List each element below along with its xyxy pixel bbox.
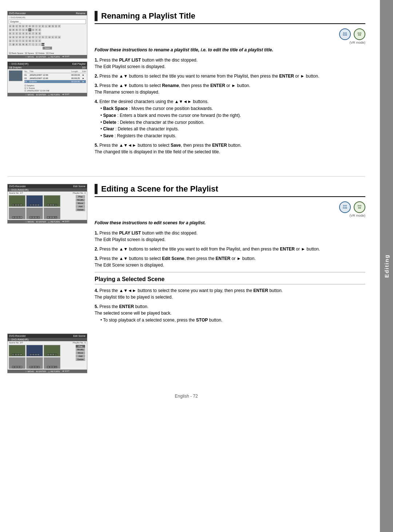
rename-screen-body: ○ DVD-RAM(VR) Dolphin _ A B C D E F G H xyxy=(8,15,87,51)
step2-3: 3. Press the ▲▼ buttons to select Edit S… xyxy=(95,255,365,268)
step3-5: 5. Press the ENTER button. The selected … xyxy=(95,303,365,323)
ep-table-header: No. Title Length Edit xyxy=(24,70,86,73)
char-E: E xyxy=(22,25,25,28)
ep-playlist-title: S$ Dolphin xyxy=(9,66,21,69)
section2-screenshots: DVD-Recorder Edit Scene ○ DVD-RAM(VR) Sc… xyxy=(7,184,87,326)
section2-intro: Follow these instructions to edit scenes… xyxy=(95,220,365,226)
heading-bar-2 xyxy=(95,184,98,194)
scene-thumb-6: 06 00:00:11 xyxy=(44,208,60,219)
section3-screen: DVD-Recorder Edit Scene ○ DVD-RAM(VR) Sc… xyxy=(7,334,365,375)
step1-4: 4. Enter the desired characters using th… xyxy=(95,98,365,139)
scene2-thumbs-area: 01 00:00:08 02 00:00:06 03 00:00:11 xyxy=(9,345,75,369)
rename-header-right: Rename xyxy=(76,12,86,15)
scene-thumb-3: 03 00:00:11 xyxy=(44,195,60,207)
save-row: Save xyxy=(9,47,86,50)
rename-screen-header: DVD-Recorder Rename xyxy=(8,11,87,15)
scene2-subheader: ○ DVD-RAM(VR) xyxy=(8,338,87,341)
scene1-header: DVD-Recorder Edit Scene xyxy=(8,184,87,188)
char-W: W xyxy=(28,28,31,31)
scene1-nav-bar: ☆ MOVE ⊕ ENTER △ RETURN ◄ EXIT xyxy=(8,220,87,223)
scene2-nav-bar: ☆ MOVE ⊕ ENTER △ RETURN ◄ EXIT xyxy=(8,370,87,373)
scene1-info-row: Scene No. 1/7 Playlist No. 3 xyxy=(8,192,87,194)
scene2-info-row: Scene No. 2/7 Playlist No. 3 xyxy=(8,341,87,344)
scene1-buttons: Play Modify Move Add Delete xyxy=(76,195,86,219)
section1-heading-text: Renaming a Playlist Title xyxy=(101,11,195,21)
scene1-subheader: ○ DVD-RAM(VR) xyxy=(8,188,87,192)
step1-1: 1. Press the PLAY LIST button with the d… xyxy=(95,57,365,70)
scene2-delete-btn: Delete xyxy=(76,358,85,361)
side-tab-label: Editing xyxy=(384,254,390,278)
dvd-ram-icon-2: DVDRAM xyxy=(339,201,351,213)
ep-thumb-image xyxy=(9,70,23,81)
step3-5-bullets: To stop playback of a selected scene, pr… xyxy=(95,317,365,323)
step2-1: 1. Press the PLAY LIST button with the d… xyxy=(95,230,365,243)
ep-body: No. Title Length Edit 01 JAN/01/2007 12:… xyxy=(8,69,87,93)
ep-row-1: 01 JAN/01/2007 12:00 00:00:03 ► xyxy=(24,74,86,77)
scene1-body: 01 00:00:08 02 00:00:06 03 00:00:11 xyxy=(8,194,87,220)
scene-thumb-5: 05 00:00:10 xyxy=(26,208,43,219)
dvd-rw-icon-1: DVDRW xyxy=(354,28,365,40)
rename-screen-mockup: DVD-Recorder Rename ○ DVD-RAM(VR) Dolphi… xyxy=(7,11,87,59)
char-R: R xyxy=(12,28,15,31)
edit-scene-screen2: DVD-Recorder Edit Scene ○ DVD-RAM(VR) Sc… xyxy=(7,334,87,373)
scene1-play-btn: Play xyxy=(76,195,85,198)
vr-mode-label-2: (VR mode) xyxy=(95,214,365,217)
char-grid-symbols: ! @ # $ % & * ( ) - Save xyxy=(9,43,86,46)
scene2-header-left: DVD-Recorder xyxy=(9,335,26,337)
section1-heading: Renaming a Playlist Title xyxy=(95,11,365,24)
step3-4: 4. Press the ▲▼◄► buttons to select the … xyxy=(95,287,365,300)
char-O: O xyxy=(55,25,57,28)
scene-thumb-1: 01 00:00:08 xyxy=(9,195,25,207)
scene2-header: DVD-Recorder Edit Scene xyxy=(8,334,87,338)
save-button-mockup: Save xyxy=(43,47,52,50)
page-container: DVD-Recorder Rename ○ DVD-RAM(VR) Dolphi… xyxy=(0,0,393,532)
char-grid-row3: 0 1 2 3 4 5 6 7 8 9 xyxy=(9,32,86,35)
scene2-body: 01 00:00:08 02 00:00:06 03 00:00:11 xyxy=(8,344,87,370)
char-X: X xyxy=(32,28,35,31)
scene2-move-btn: Move xyxy=(76,351,85,354)
scene2-thumb-row2: 04 00:00:08 05 00:00:10 06 00:00:11 xyxy=(9,357,75,369)
step1-3: 3. Press the ▲▼ buttons to select Rename… xyxy=(95,82,365,95)
char-C: C xyxy=(15,25,18,28)
edit-scene-screen1: DVD-Recorder Edit Scene ○ DVD-RAM(VR) Sc… xyxy=(7,184,87,224)
ep-page-num: 3/3 xyxy=(82,66,86,69)
char-G: G xyxy=(28,25,31,28)
scene2-modify-btn: Modify xyxy=(76,348,85,351)
char-H: H xyxy=(32,25,35,28)
scene1-thumbs-area: 01 00:00:08 02 00:00:06 03 00:00:11 xyxy=(9,195,75,219)
char-grid-row2: Q R S T U V W X Y Z xyxy=(9,28,86,31)
main-content: DVD-Recorder Rename ○ DVD-RAM(VR) Dolphi… xyxy=(0,0,380,532)
rename-nav-bar: ☆ MOVE ⊕ ENTER △ RETURN ◄ EXIT xyxy=(8,55,87,58)
char-Z: Z xyxy=(38,28,41,31)
scene1-add-btn: Add xyxy=(76,205,85,208)
page-number: English - 72 xyxy=(7,394,365,399)
section3-steps: 4. Press the ▲▼◄► buttons to select the … xyxy=(95,287,365,323)
dvd-rw-icon-2: DVDRW xyxy=(354,201,365,213)
section2-heading-text: Editing a Scene for the Playlist xyxy=(101,184,218,194)
ep-header: ○ DVD-RAM(VR) Edit Playlist xyxy=(8,62,87,66)
char-T: T xyxy=(19,28,21,31)
scene1-header-right: Edit Scene xyxy=(73,185,86,188)
ep-nav-bar: ☆ MOVE ⊕ ENTER △ RETURN ◄ EXIT xyxy=(8,93,87,96)
char-K: K xyxy=(41,25,44,28)
sub-section-heading: Playing a Selected Scene xyxy=(95,276,365,284)
char-S: S xyxy=(15,28,18,31)
rename-sub-label: ○ DVD-RAM(VR) xyxy=(9,16,86,19)
ep-row-2: 02 JAN/01/2007 12:00 00:00:25 ► xyxy=(24,77,86,80)
dvd-ram-icon-1: DVDRAM xyxy=(339,28,351,40)
ep-header-left: ○ DVD-RAM(VR) xyxy=(9,63,28,65)
char-U: U xyxy=(22,28,25,31)
scene2-thumb-5: 05 00:00:10 xyxy=(26,357,43,369)
char-V: V xyxy=(25,28,28,31)
char-B: B xyxy=(12,25,15,28)
ep-subheader: S$ Dolphin 3/3 xyxy=(8,66,87,69)
section-editing-scene: DVD-Recorder Edit Scene ○ DVD-RAM(VR) Sc… xyxy=(7,184,365,326)
section1-intro: Follow these instructions to rename a pl… xyxy=(95,47,365,53)
edit-playlist-screen: ○ DVD-RAM(VR) Edit Playlist S$ Dolphin 3… xyxy=(7,62,87,96)
scene1-modify-btn: Modify xyxy=(76,198,85,201)
section1-steps: 1. Press the PLAY LIST button with the d… xyxy=(95,57,365,155)
char-grid-row1: A B C D E F G H I J K L M xyxy=(9,25,86,28)
rename-input-display: Dolphin _ xyxy=(9,19,86,24)
scene2-buttons: Play Modify Move Add Delete xyxy=(76,345,86,369)
char-grid-row5: q r s t u v w x y z xyxy=(9,39,86,42)
